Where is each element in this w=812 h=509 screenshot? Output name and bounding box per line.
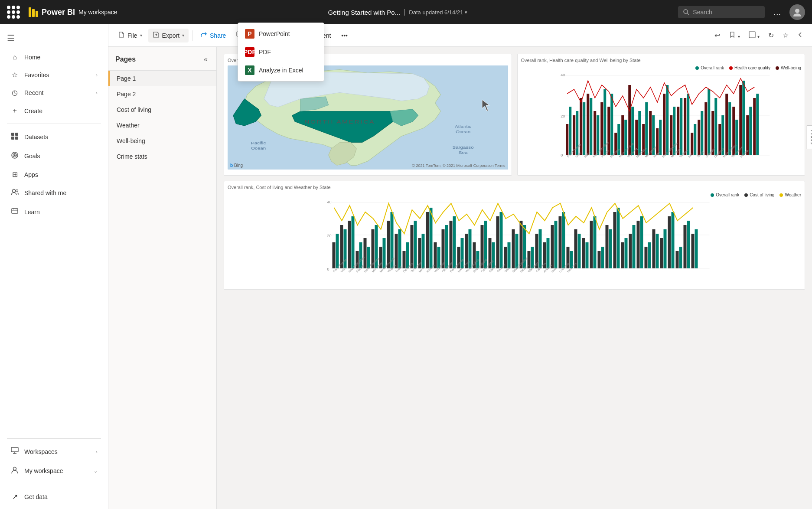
svg-rect-134 <box>395 234 398 268</box>
content-area: Pages « Page 1 Page 2 Cost of living Wea… <box>108 47 812 509</box>
top-bar-more-button[interactable]: ... <box>770 6 784 19</box>
undo-button[interactable]: ↩ <box>711 29 724 42</box>
svg-rect-89 <box>753 98 756 155</box>
page-item-page1[interactable]: Page 1 <box>108 71 216 86</box>
home-icon: ⌂ <box>10 53 19 61</box>
pages-collapse-button[interactable]: « <box>202 54 209 65</box>
legend-bottom-overall-label: Overall rank <box>716 193 739 197</box>
svg-rect-71 <box>691 133 693 155</box>
toolbar: File ▾ Export ▾ Share <box>108 24 812 47</box>
svg-rect-118 <box>333 242 336 268</box>
svg-rect-188 <box>606 225 609 268</box>
shared-icon <box>10 188 19 198</box>
page-item-weather[interactable]: Weather <box>108 117 216 133</box>
sidebar-item-label: Apps <box>24 171 38 178</box>
learn-icon <box>10 207 19 217</box>
sidebar-item-goals[interactable]: Goals <box>3 147 104 165</box>
sidebar-item-label: Create <box>24 108 42 114</box>
sidebar-item-myworkspace[interactable]: My workspace ⌄ <box>3 462 104 480</box>
layout-button[interactable]: ▾ <box>745 29 763 42</box>
pages-title: Pages <box>115 55 136 63</box>
sidebar-item-learn[interactable]: Learn <box>3 203 104 221</box>
filters-tab[interactable]: Filters <box>807 125 812 149</box>
svg-rect-42 <box>590 98 592 155</box>
left-nav: ☰ ⌂ Home ☆ Favorites › ◷ Recent › ＋ Crea… <box>0 24 108 509</box>
svg-rect-135 <box>398 229 401 268</box>
star-button[interactable]: ☆ <box>779 29 792 42</box>
svg-rect-144 <box>434 242 437 268</box>
updated-chevron[interactable]: ▾ <box>465 10 467 15</box>
legend-healthcare: Health care quality <box>729 65 770 70</box>
nav-toggle[interactable]: ☰ <box>0 28 108 49</box>
export-analyze[interactable]: X Analyze in Excel <box>238 61 324 79</box>
page-item-cost[interactable]: Cost of living <box>108 102 216 117</box>
share-button[interactable]: Share <box>196 29 230 42</box>
collapse-filters-button[interactable] <box>794 29 807 42</box>
svg-point-6 <box>793 13 801 16</box>
user-avatar[interactable] <box>789 4 805 20</box>
svg-rect-149 <box>453 216 456 268</box>
filters-tab-container: Filters <box>800 134 812 177</box>
bookmark-chevron: ▾ <box>738 34 740 39</box>
sidebar-item-shared[interactable]: Shared with me <box>3 184 104 202</box>
top-bar-chart-box: Overall rank, Health care quality and We… <box>517 54 805 176</box>
page-label: Page 2 <box>117 91 136 98</box>
file-button[interactable]: File ▾ <box>114 29 147 42</box>
sidebar-item-favorites[interactable]: ☆ Favorites › <box>3 66 104 83</box>
svg-rect-88 <box>749 107 752 155</box>
waffle-menu[interactable] <box>7 6 20 19</box>
svg-rect-163 <box>508 242 511 268</box>
svg-rect-58 <box>645 102 648 155</box>
legend-bottom-overall: Overall rank <box>711 193 739 197</box>
bottom-chart-label: Overall rank, Cost of living and Weather… <box>228 185 801 190</box>
svg-rect-198 <box>645 247 648 268</box>
top-bar-chart-label: Overall rank, Health care quality and We… <box>521 58 802 63</box>
sidebar-item-home[interactable]: ⌂ Home <box>3 49 104 65</box>
refresh-button[interactable]: ↻ <box>765 29 777 42</box>
svg-point-14 <box>13 189 16 193</box>
legend-overall-label: Overall rank <box>701 65 724 70</box>
svg-rect-191 <box>617 208 620 268</box>
sidebar-item-create[interactable]: ＋ Create <box>3 102 104 120</box>
svg-rect-147 <box>445 225 448 268</box>
top-bar-svg: 40 20 0 <box>521 72 802 159</box>
svg-rect-192 <box>621 242 624 268</box>
svg-rect-47 <box>607 107 610 155</box>
svg-rect-90 <box>756 94 759 155</box>
page-item-wellbeing[interactable]: Well-being <box>108 133 216 149</box>
favorites-chevron: › <box>96 72 98 78</box>
export-button[interactable]: Export ▾ <box>148 29 189 42</box>
export-powerpoint[interactable]: P PowerPoint <box>238 25 324 43</box>
page-item-page2[interactable]: Page 2 <box>108 86 216 102</box>
svg-rect-138 <box>411 225 414 268</box>
svg-rect-142 <box>426 212 429 268</box>
export-pdf[interactable]: PDF PDF <box>238 43 324 61</box>
svg-rect-10 <box>15 137 18 140</box>
sidebar-item-recent[interactable]: ◷ Recent › <box>3 84 104 101</box>
sidebar-item-datasets[interactable]: Datasets <box>3 128 104 146</box>
svg-text:Ocean: Ocean <box>456 130 471 134</box>
apps-icon: ⊞ <box>10 170 19 179</box>
search-box[interactable] <box>678 6 765 18</box>
bookmark-button[interactable]: ▾ <box>725 29 743 42</box>
report-title: Getting Started with Po... <box>328 9 400 16</box>
svg-text:Atlantic: Atlantic <box>455 124 471 128</box>
sidebar-item-apps[interactable]: ⊞ Apps <box>3 166 104 183</box>
sidebar-item-workspaces[interactable]: Workspaces › <box>3 443 104 461</box>
svg-rect-199 <box>648 242 651 268</box>
svg-rect-211 <box>695 229 698 268</box>
svg-rect-173 <box>547 238 550 268</box>
page-item-crime[interactable]: Crime stats <box>108 149 216 164</box>
sidebar-item-getdata[interactable]: ↗ Get data <box>3 488 104 505</box>
page-label: Cost of living <box>117 106 151 113</box>
svg-rect-86 <box>742 81 745 155</box>
legend-bottom-weather-label: Weather <box>785 193 801 197</box>
legend-bottom-cost: Cost of living <box>744 193 774 197</box>
goals-icon <box>10 151 19 161</box>
svg-text:40: 40 <box>561 73 565 77</box>
search-input[interactable] <box>693 9 753 16</box>
svg-rect-69 <box>684 98 686 155</box>
toolbar-more-button[interactable]: ••• <box>337 29 352 42</box>
bottom-chart-box: Overall rank, Cost of living and Weather… <box>224 181 805 290</box>
svg-rect-181 <box>578 234 581 268</box>
